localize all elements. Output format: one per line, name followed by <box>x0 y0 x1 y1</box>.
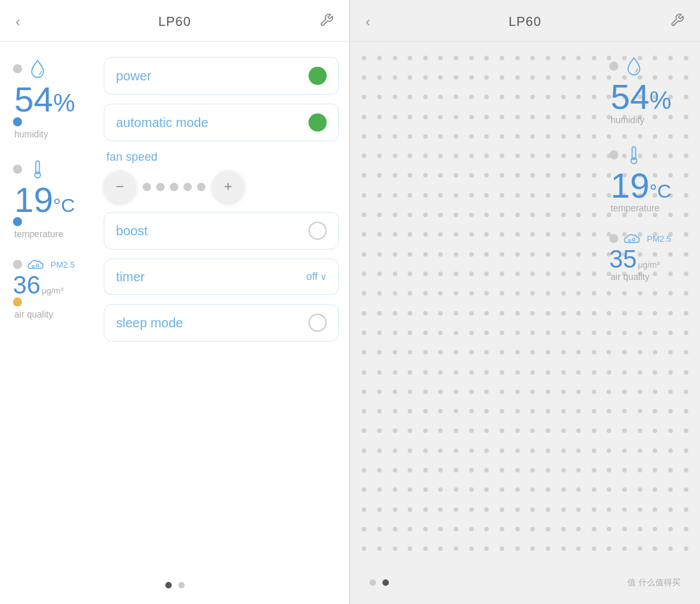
dot-cell <box>418 48 434 67</box>
dot-cell <box>587 460 602 480</box>
left-back-button[interactable]: ‹ <box>16 14 35 30</box>
air-quality-sensor: PM2.5 36 μg/m³ air quality <box>13 257 97 319</box>
auto-mode-control[interactable]: automatic mode <box>104 104 339 141</box>
controls-column: power automatic mode fan speed − <box>97 54 339 557</box>
dot-cell <box>402 421 418 441</box>
dot-cell <box>587 402 602 421</box>
dot-cell <box>433 126 449 146</box>
left-settings-icon[interactable] <box>314 13 334 31</box>
right-back-button[interactable]: ‹ <box>366 14 385 30</box>
dot-cell <box>495 166 510 185</box>
fan-increase-button[interactable]: + <box>212 170 244 203</box>
dot-cell <box>571 284 587 303</box>
timer-off-text: off <box>307 271 318 283</box>
dot-cell <box>479 402 495 421</box>
dot-cell <box>463 362 479 382</box>
dot-cell <box>463 343 479 362</box>
dot-cell <box>571 107 587 126</box>
left-sensor-column: 54 % humidity 19 °C <box>13 54 97 557</box>
dot-cell <box>463 205 479 224</box>
left-title: LP60 <box>158 14 191 29</box>
timer-value-display[interactable]: off ∨ <box>307 271 327 283</box>
air-quality-label: air quality <box>14 309 53 319</box>
fan-speed-label: fan speed <box>104 150 339 164</box>
air-quality-unit: μg/m³ <box>41 283 64 296</box>
dot-cell <box>555 539 571 559</box>
dot-cell <box>479 107 495 126</box>
dot-cell <box>555 460 571 480</box>
dot-cell <box>463 441 479 460</box>
dot-cell <box>555 500 571 519</box>
right-temperature-unit: °C <box>649 180 671 202</box>
dot-cell <box>479 225 495 244</box>
dot-cell <box>495 67 510 87</box>
dot-cell <box>509 402 525 421</box>
right-aq-unit: μg/m³ <box>638 257 660 270</box>
dot-cell <box>433 284 449 303</box>
boost-toggle[interactable] <box>309 222 327 240</box>
dot-cell <box>571 166 587 185</box>
page-dot-1-right[interactable] <box>369 579 376 586</box>
power-toggle[interactable] <box>309 67 327 85</box>
sleep-mode-toggle[interactable] <box>309 314 327 332</box>
dot-cell <box>387 402 402 421</box>
right-temperature-value: 19 <box>611 168 649 203</box>
temperature-label: temperature <box>14 229 63 239</box>
page-dot-1-left[interactable] <box>165 582 172 588</box>
page-dot-2-right[interactable] <box>382 579 389 586</box>
dot-cell <box>509 48 525 67</box>
timer-control[interactable]: timer off ∨ <box>104 259 339 295</box>
dot-cell <box>525 323 541 342</box>
boost-control[interactable]: boost <box>104 212 339 250</box>
dot-cell <box>555 107 571 126</box>
dot-cell <box>509 343 525 362</box>
page-dot-2-left[interactable] <box>178 582 185 588</box>
auto-mode-toggle[interactable] <box>309 113 327 132</box>
dot-cell <box>509 264 525 283</box>
dot-cell <box>449 87 464 107</box>
dot-cell <box>525 225 541 244</box>
dot-cell <box>587 421 602 441</box>
dot-cell <box>356 362 372 382</box>
dot-cell <box>525 87 541 107</box>
right-humidity-label: humidity <box>611 115 644 125</box>
dot-cell <box>387 67 402 87</box>
dot-cell <box>541 539 556 559</box>
dot-cell <box>571 519 587 539</box>
dot-cell <box>433 323 449 342</box>
dot-cell <box>449 146 464 166</box>
right-footer: 值 什么值得买 <box>350 565 700 604</box>
dot-cell <box>463 402 479 421</box>
power-control[interactable]: power <box>104 57 339 95</box>
dot-cell <box>463 225 479 244</box>
temperature-sensor: 19 °C temperature <box>13 157 97 239</box>
dot-cell <box>418 460 434 480</box>
dot-cell <box>495 460 510 480</box>
sleep-mode-control[interactable]: sleep mode <box>104 304 339 342</box>
right-air-quality-sensor: PM2.5 35 μg/m³ air quality <box>609 231 687 282</box>
dot-cell <box>372 480 388 500</box>
dot-cell <box>479 126 495 146</box>
dot-cell <box>509 87 525 107</box>
right-temperature-icon <box>622 143 646 167</box>
dot-cell <box>387 87 402 107</box>
dot-cell <box>387 107 402 126</box>
dot-cell <box>509 244 525 264</box>
dot-cell <box>479 480 495 500</box>
dot-cell <box>555 87 571 107</box>
dot-cell <box>525 519 541 539</box>
dot-cell <box>479 539 495 559</box>
fan-decrease-button[interactable]: − <box>104 170 136 203</box>
dot-cell <box>571 67 587 87</box>
dot-cell <box>387 362 402 382</box>
dot-cell <box>356 146 372 166</box>
dot-cell <box>541 500 556 519</box>
right-settings-icon[interactable] <box>665 13 684 31</box>
dot-cell <box>571 126 587 146</box>
dot-cell <box>433 519 449 539</box>
dot-cell <box>387 500 402 519</box>
dot-cell <box>587 323 602 342</box>
right-content: 54 % humidity 19 °C temperat <box>350 41 700 565</box>
air-quality-value: 36 <box>13 273 40 297</box>
dot-cell <box>479 519 495 539</box>
